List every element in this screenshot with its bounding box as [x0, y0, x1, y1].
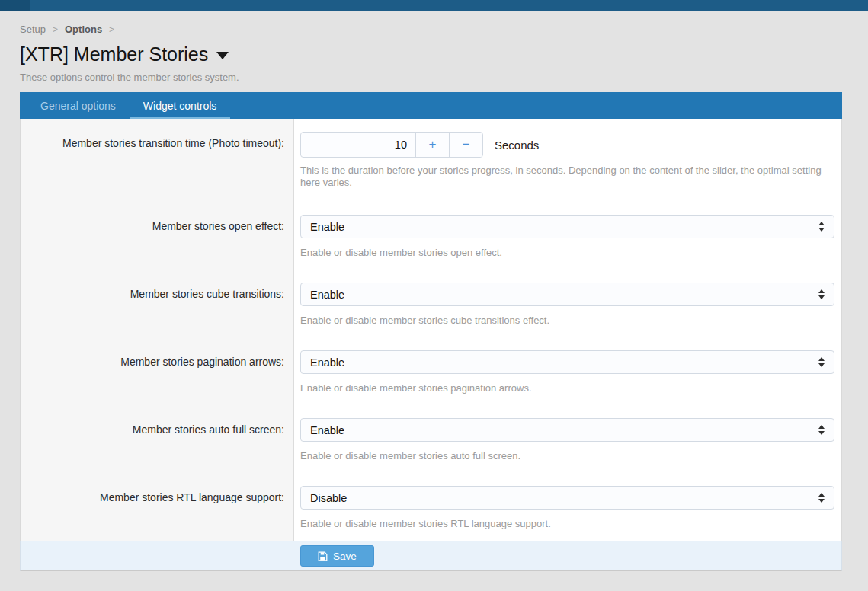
option-hint: This is the duration before your stories…	[300, 165, 826, 189]
unit-label: Seconds	[495, 139, 539, 152]
select-value: Enable	[310, 221, 344, 233]
select-spinner-icon	[818, 357, 825, 367]
form-footer: Save	[20, 541, 842, 571]
decrement-button[interactable]: −	[449, 133, 482, 157]
option-label: Member stories RTL language support:	[21, 473, 294, 541]
top-header-bar	[0, 0, 868, 11]
increment-button[interactable]: +	[415, 133, 449, 157]
cube-transitions-select[interactable]: Enable	[300, 283, 834, 306]
transition-time-input[interactable]	[301, 133, 415, 157]
option-control: Enable Enable or disable member stories …	[294, 405, 842, 473]
page-title-row: [XTR] Member Stories	[20, 43, 868, 65]
option-control: Enable Enable or disable member stories …	[294, 270, 842, 337]
option-row-auto-full-screen: Member stories auto full screen: Enable …	[21, 405, 841, 473]
option-row-open-effect: Member stories open effect: Enable Enabl…	[21, 202, 841, 270]
option-label: Member stories transition time (Photo ti…	[21, 119, 294, 202]
tab-bar: General options Widget controls	[20, 92, 842, 119]
auto-full-screen-select[interactable]: Enable	[300, 418, 834, 442]
page-subtitle: These options control the member stories…	[20, 72, 868, 83]
open-effect-select[interactable]: Enable	[300, 215, 834, 238]
tab-general-options[interactable]: General options	[27, 92, 130, 119]
option-row-pagination-arrows: Member stories pagination arrows: Enable…	[21, 337, 841, 405]
save-button-label: Save	[333, 551, 357, 562]
option-label: Member stories cube transitions:	[21, 270, 294, 337]
select-spinner-icon	[818, 493, 825, 503]
option-label: Member stories pagination arrows:	[21, 337, 294, 405]
option-control: Disable Enable or disable member stories…	[294, 473, 842, 541]
option-hint: Enable or disable member stories auto fu…	[300, 450, 826, 462]
topbar-logo-area	[0, 0, 30, 11]
option-row-cube-transitions: Member stories cube transitions: Enable …	[21, 270, 841, 337]
option-control: + − Seconds This is the duration before …	[294, 119, 841, 202]
breadcrumb-setup[interactable]: Setup	[20, 24, 46, 35]
option-row-rtl-support: Member stories RTL language support: Dis…	[21, 473, 841, 541]
option-hint: Enable or disable member stories open ef…	[300, 247, 826, 259]
select-value: Enable	[310, 289, 344, 301]
option-hint: Enable or disable member stories RTL lan…	[300, 518, 826, 530]
select-spinner-icon	[818, 425, 825, 435]
option-control: Enable Enable or disable member stories …	[294, 202, 842, 270]
number-input-group: + −	[300, 132, 483, 158]
option-hint: Enable or disable member stories paginat…	[300, 382, 826, 395]
rtl-support-select[interactable]: Disable	[300, 486, 834, 510]
floppy-disk-icon	[318, 551, 328, 561]
page-title: [XTR] Member Stories	[20, 43, 208, 65]
select-spinner-icon	[818, 222, 825, 232]
option-label: Member stories auto full screen:	[21, 405, 294, 473]
title-dropdown-caret-icon[interactable]	[216, 52, 229, 59]
breadcrumb-separator-icon: >	[53, 24, 58, 35]
save-button[interactable]: Save	[300, 545, 374, 567]
select-spinner-icon	[818, 289, 825, 299]
select-value: Disable	[310, 492, 347, 504]
option-hint: Enable or disable member stories cube tr…	[300, 315, 826, 327]
select-value: Enable	[310, 424, 344, 436]
breadcrumb: Setup > Options >	[20, 24, 868, 35]
tab-widget-controls[interactable]: Widget controls	[130, 92, 230, 119]
pagination-arrows-select[interactable]: Enable	[300, 350, 834, 374]
breadcrumb-options[interactable]: Options	[65, 24, 102, 35]
select-value: Enable	[310, 356, 344, 369]
options-panel: General options Widget controls Member s…	[20, 92, 842, 571]
options-form: Member stories transition time (Photo ti…	[20, 119, 842, 541]
option-control: Enable Enable or disable member stories …	[294, 337, 842, 405]
option-label: Member stories open effect:	[21, 202, 294, 270]
option-row-transition-time: Member stories transition time (Photo ti…	[21, 119, 841, 202]
breadcrumb-separator-icon: >	[109, 24, 114, 35]
